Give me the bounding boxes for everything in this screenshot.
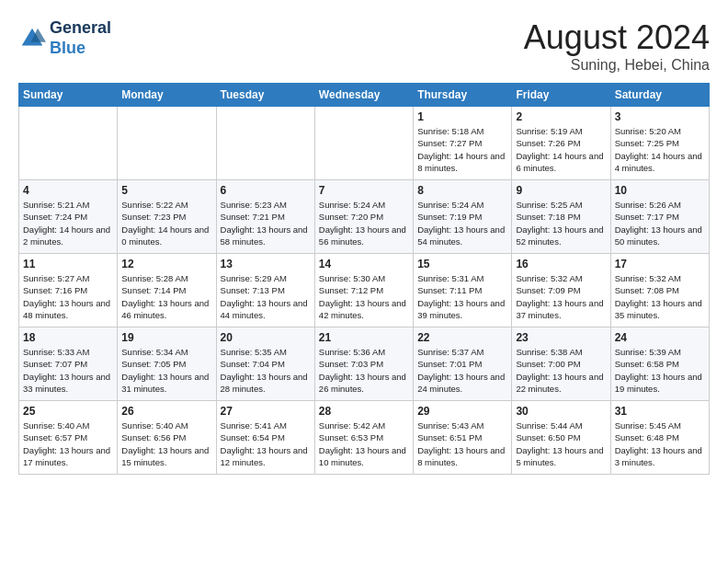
calendar-day-cell xyxy=(216,107,314,180)
calendar-day-cell: 28Sunrise: 5:42 AM Sunset: 6:53 PM Dayli… xyxy=(314,401,413,475)
day-info: Sunrise: 5:21 AM Sunset: 7:24 PM Dayligh… xyxy=(23,199,113,247)
day-info: Sunrise: 5:30 AM Sunset: 7:12 PM Dayligh… xyxy=(319,272,409,321)
calendar-table: SundayMondayTuesdayWednesdayThursdayFrid… xyxy=(18,83,710,475)
day-number: 25 xyxy=(23,405,113,418)
calendar-day-cell: 11Sunrise: 5:27 AM Sunset: 7:16 PM Dayli… xyxy=(19,254,118,327)
calendar-week-row: 25Sunrise: 5:40 AM Sunset: 6:57 PM Dayli… xyxy=(19,401,710,475)
day-number: 15 xyxy=(417,258,507,270)
day-number: 24 xyxy=(615,331,705,344)
calendar-day-cell: 30Sunrise: 5:44 AM Sunset: 6:50 PM Dayli… xyxy=(512,401,610,475)
day-info: Sunrise: 5:39 AM Sunset: 6:58 PM Dayligh… xyxy=(615,346,705,395)
day-number: 29 xyxy=(417,405,507,418)
day-number: 13 xyxy=(221,258,311,270)
day-number: 9 xyxy=(516,184,606,197)
day-number: 30 xyxy=(516,405,606,418)
calendar-day-cell: 7Sunrise: 5:24 AM Sunset: 7:20 PM Daylig… xyxy=(314,180,413,254)
calendar-day-cell: 9Sunrise: 5:25 AM Sunset: 7:18 PM Daylig… xyxy=(512,180,610,254)
logo-line2: Blue xyxy=(50,39,111,59)
day-of-week-header: Tuesday xyxy=(216,84,314,107)
day-info: Sunrise: 5:31 AM Sunset: 7:11 PM Dayligh… xyxy=(417,272,507,321)
day-number: 19 xyxy=(121,331,211,344)
day-number: 8 xyxy=(417,184,507,197)
day-info: Sunrise: 5:45 AM Sunset: 6:48 PM Dayligh… xyxy=(615,419,705,468)
location: Suning, Hebei, China xyxy=(524,57,710,74)
day-info: Sunrise: 5:41 AM Sunset: 6:54 PM Dayligh… xyxy=(221,419,311,468)
calendar-day-cell: 26Sunrise: 5:40 AM Sunset: 6:56 PM Dayli… xyxy=(118,401,216,475)
calendar-day-cell: 13Sunrise: 5:29 AM Sunset: 7:13 PM Dayli… xyxy=(216,254,314,327)
day-of-week-header: Saturday xyxy=(610,84,709,107)
day-number: 22 xyxy=(417,331,507,344)
day-number: 2 xyxy=(516,110,606,123)
day-number: 11 xyxy=(23,258,113,270)
day-info: Sunrise: 5:29 AM Sunset: 7:13 PM Dayligh… xyxy=(221,272,311,321)
day-number: 17 xyxy=(615,258,705,270)
day-number: 28 xyxy=(319,405,409,418)
calendar-day-cell: 29Sunrise: 5:43 AM Sunset: 6:51 PM Dayli… xyxy=(414,401,512,475)
day-info: Sunrise: 5:34 AM Sunset: 7:05 PM Dayligh… xyxy=(121,346,211,395)
calendar-day-cell xyxy=(118,107,216,180)
day-info: Sunrise: 5:22 AM Sunset: 7:23 PM Dayligh… xyxy=(121,199,211,247)
day-info: Sunrise: 5:24 AM Sunset: 7:20 PM Dayligh… xyxy=(319,199,409,247)
day-info: Sunrise: 5:40 AM Sunset: 6:56 PM Dayligh… xyxy=(121,419,211,468)
calendar-day-cell: 21Sunrise: 5:36 AM Sunset: 7:03 PM Dayli… xyxy=(314,327,413,401)
day-number: 1 xyxy=(417,110,507,123)
day-info: Sunrise: 5:32 AM Sunset: 7:09 PM Dayligh… xyxy=(516,272,606,321)
calendar-header: SundayMondayTuesdayWednesdayThursdayFrid… xyxy=(19,84,710,107)
day-info: Sunrise: 5:43 AM Sunset: 6:51 PM Dayligh… xyxy=(417,419,507,468)
day-info: Sunrise: 5:27 AM Sunset: 7:16 PM Dayligh… xyxy=(23,272,113,321)
day-of-week-header: Thursday xyxy=(414,84,512,107)
day-number: 26 xyxy=(121,405,211,418)
day-info: Sunrise: 5:33 AM Sunset: 7:07 PM Dayligh… xyxy=(23,346,113,395)
day-number: 3 xyxy=(615,110,705,123)
day-number: 7 xyxy=(319,184,409,197)
calendar-day-cell: 15Sunrise: 5:31 AM Sunset: 7:11 PM Dayli… xyxy=(414,254,512,327)
calendar-day-cell: 12Sunrise: 5:28 AM Sunset: 7:14 PM Dayli… xyxy=(118,254,216,327)
logo-line1: General xyxy=(50,18,111,39)
day-info: Sunrise: 5:19 AM Sunset: 7:26 PM Dayligh… xyxy=(516,125,606,174)
calendar-day-cell: 22Sunrise: 5:37 AM Sunset: 7:01 PM Dayli… xyxy=(414,327,512,401)
day-info: Sunrise: 5:28 AM Sunset: 7:14 PM Dayligh… xyxy=(121,272,211,321)
day-info: Sunrise: 5:26 AM Sunset: 7:17 PM Dayligh… xyxy=(615,199,705,247)
calendar-day-cell: 18Sunrise: 5:33 AM Sunset: 7:07 PM Dayli… xyxy=(19,327,118,401)
calendar-day-cell: 23Sunrise: 5:38 AM Sunset: 7:00 PM Dayli… xyxy=(512,327,610,401)
day-number: 12 xyxy=(121,258,211,270)
calendar-day-cell: 17Sunrise: 5:32 AM Sunset: 7:08 PM Dayli… xyxy=(610,254,709,327)
calendar-day-cell: 1Sunrise: 5:18 AM Sunset: 7:27 PM Daylig… xyxy=(414,107,512,180)
page-header: General Blue August 2024 Suning, Hebei, … xyxy=(18,18,710,74)
month-year: August 2024 xyxy=(524,18,710,57)
day-number: 4 xyxy=(23,184,113,197)
day-number: 31 xyxy=(615,405,705,418)
day-number: 27 xyxy=(221,405,311,418)
header-row: SundayMondayTuesdayWednesdayThursdayFrid… xyxy=(19,84,710,107)
calendar-day-cell: 24Sunrise: 5:39 AM Sunset: 6:58 PM Dayli… xyxy=(610,327,709,401)
day-info: Sunrise: 5:25 AM Sunset: 7:18 PM Dayligh… xyxy=(516,199,606,247)
day-number: 18 xyxy=(23,331,113,344)
calendar-day-cell: 8Sunrise: 5:24 AM Sunset: 7:19 PM Daylig… xyxy=(414,180,512,254)
day-info: Sunrise: 5:36 AM Sunset: 7:03 PM Dayligh… xyxy=(319,346,409,395)
logo-icon xyxy=(18,25,46,52)
calendar-day-cell: 10Sunrise: 5:26 AM Sunset: 7:17 PM Dayli… xyxy=(610,180,709,254)
calendar-day-cell xyxy=(19,107,118,180)
calendar-body: 1Sunrise: 5:18 AM Sunset: 7:27 PM Daylig… xyxy=(19,107,710,475)
day-info: Sunrise: 5:38 AM Sunset: 7:00 PM Dayligh… xyxy=(516,346,606,395)
calendar-day-cell: 6Sunrise: 5:23 AM Sunset: 7:21 PM Daylig… xyxy=(216,180,314,254)
calendar-day-cell: 3Sunrise: 5:20 AM Sunset: 7:25 PM Daylig… xyxy=(610,107,709,180)
calendar-week-row: 18Sunrise: 5:33 AM Sunset: 7:07 PM Dayli… xyxy=(19,327,710,401)
calendar-day-cell: 14Sunrise: 5:30 AM Sunset: 7:12 PM Dayli… xyxy=(314,254,413,327)
calendar-day-cell: 2Sunrise: 5:19 AM Sunset: 7:26 PM Daylig… xyxy=(512,107,610,180)
title-block: August 2024 Suning, Hebei, China xyxy=(524,18,710,74)
day-info: Sunrise: 5:37 AM Sunset: 7:01 PM Dayligh… xyxy=(417,346,507,395)
day-of-week-header: Sunday xyxy=(19,84,118,107)
calendar-day-cell: 25Sunrise: 5:40 AM Sunset: 6:57 PM Dayli… xyxy=(19,401,118,475)
day-number: 16 xyxy=(516,258,606,270)
calendar-week-row: 4Sunrise: 5:21 AM Sunset: 7:24 PM Daylig… xyxy=(19,180,710,254)
day-info: Sunrise: 5:35 AM Sunset: 7:04 PM Dayligh… xyxy=(221,346,311,395)
day-number: 14 xyxy=(319,258,409,270)
day-number: 20 xyxy=(221,331,311,344)
calendar-day-cell: 16Sunrise: 5:32 AM Sunset: 7:09 PM Dayli… xyxy=(512,254,610,327)
day-info: Sunrise: 5:24 AM Sunset: 7:19 PM Dayligh… xyxy=(417,199,507,247)
day-number: 5 xyxy=(121,184,211,197)
calendar-day-cell: 19Sunrise: 5:34 AM Sunset: 7:05 PM Dayli… xyxy=(118,327,216,401)
calendar-week-row: 11Sunrise: 5:27 AM Sunset: 7:16 PM Dayli… xyxy=(19,254,710,327)
day-info: Sunrise: 5:32 AM Sunset: 7:08 PM Dayligh… xyxy=(615,272,705,321)
